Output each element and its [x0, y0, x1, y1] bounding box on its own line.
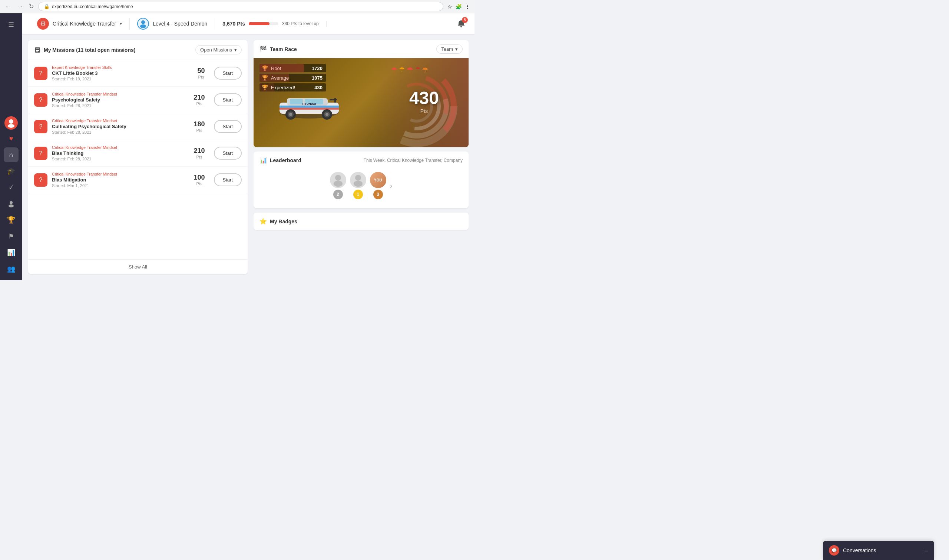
sidebar-avatar[interactable]: [5, 116, 18, 130]
star-icon[interactable]: ☆: [446, 3, 453, 10]
leaderboard-next-button[interactable]: ›: [390, 182, 393, 190]
score-number: 430: [409, 88, 439, 108]
start-button-3[interactable]: Start: [214, 147, 242, 160]
pts-unit-3: Pts: [193, 155, 205, 159]
start-button-4[interactable]: Start: [214, 173, 242, 186]
more-icon[interactable]: ⋮: [464, 3, 471, 10]
missions-filter[interactable]: Open Missions ▾: [195, 45, 242, 54]
mission-item: ? Critical Knowledge Transfer Mindset Cu…: [28, 113, 248, 140]
extension-icon[interactable]: 🧩: [455, 3, 462, 10]
sidebar-home[interactable]: ⌂: [4, 148, 19, 162]
mission-item: ? Expert Knowledge Transfer Skills CKT L…: [28, 60, 248, 87]
mission-date-0: Started: Feb 19, 2021: [52, 77, 193, 81]
app-title: Critical Knowledge Transfer: [52, 21, 116, 27]
app-dropdown-arrow[interactable]: ▾: [120, 21, 122, 26]
mission-name-4: Bias Mitigation: [52, 177, 189, 183]
badges-card: ⭐ My Badges: [253, 212, 469, 230]
back-button[interactable]: ←: [4, 2, 12, 11]
right-panel: 🏁 Team Race Team ▾: [253, 40, 469, 274]
refresh-button[interactable]: ↻: [28, 2, 35, 11]
svg-rect-8: [36, 49, 39, 49]
team-filter-label: Team: [441, 46, 453, 52]
pts-num-1: 210: [193, 94, 205, 101]
address-bar[interactable]: 🔒 expertized.eu.centrical.me/w/game/home: [38, 2, 443, 11]
leaderboard-filter: This Week, Critical Knowledge Transfer, …: [364, 158, 463, 163]
notification-button[interactable]: 5: [455, 18, 467, 30]
start-button-0[interactable]: Start: [214, 67, 242, 80]
pts-num-0: 50: [198, 67, 205, 74]
pts-progress-bar: [249, 22, 278, 25]
score-pts-label: Pts: [409, 108, 439, 114]
svg-rect-25: [334, 98, 336, 103]
pts-num-3: 210: [193, 147, 205, 154]
mission-pts-4: 100 Pts: [193, 174, 205, 186]
badges-icon: ⭐: [259, 218, 267, 225]
mission-info-3: Critical Knowledge Transfer Mindset Bias…: [52, 145, 189, 161]
pts-section: 3,670 Pts 330 Pts to level up: [215, 21, 326, 27]
mission-info-2: Critical Knowledge Transfer Mindset Cult…: [52, 118, 189, 134]
mission-category-4: Critical Knowledge Transfer Mindset: [52, 172, 189, 176]
race-lb-expertized: 🏆 Expertized! 430: [259, 83, 326, 91]
svg-point-23: [326, 113, 329, 116]
svg-point-6: [460, 26, 462, 28]
lb-score-1: 1075: [312, 75, 323, 81]
lb-name-2: Expertized!: [271, 85, 312, 90]
pts-unit-1: Pts: [193, 102, 205, 106]
sidebar-menu[interactable]: ☰: [4, 17, 19, 32]
start-button-2[interactable]: Start: [214, 120, 242, 133]
start-button-1[interactable]: Start: [214, 93, 242, 106]
team-filter[interactable]: Team ▾: [436, 45, 463, 54]
svg-point-37: [353, 181, 363, 187]
mission-info-4: Critical Knowledge Transfer Mindset Bias…: [52, 172, 189, 188]
sidebar-education[interactable]: 🎓: [4, 164, 19, 178]
pts-fill: [249, 22, 270, 25]
missions-header: My Missions (11 total open missions) Ope…: [28, 40, 248, 60]
pts-num-4: 100: [193, 174, 205, 181]
sidebar: ☰ ♥ ⌂ 🎓 ✓ 🏆 ⚑ 📊 👥: [0, 13, 22, 280]
mission-info-1: Critical Knowledge Transfer Mindset Psyc…: [52, 92, 189, 108]
top-header: ⚙ Critical Knowledge Transfer ▾ Level 4 …: [22, 13, 474, 34]
mission-category-1: Critical Knowledge Transfer Mindset: [52, 92, 189, 96]
sidebar-achievements[interactable]: 🏆: [4, 212, 19, 228]
svg-point-3: [9, 205, 14, 208]
level-label: Level 4 - Speed Demon: [153, 21, 207, 27]
svg-text:HYUNDAI: HYUNDAI: [302, 102, 316, 106]
sidebar-tasks[interactable]: ✓: [4, 180, 19, 195]
leaderboard-podium: 2 1: [259, 168, 463, 203]
header-right: 5: [452, 18, 467, 30]
rally-car: HYUNDAI: [272, 88, 346, 125]
podium-item-2: 2: [330, 172, 346, 199]
level-section: Level 4 - Speed Demon: [130, 18, 215, 30]
sidebar-heart[interactable]: ♥: [4, 131, 19, 146]
svg-point-5: [140, 25, 146, 28]
mission-pts-1: 210 Pts: [193, 94, 205, 106]
pts-value: 3,670 Pts: [222, 21, 245, 27]
svg-point-35: [333, 181, 343, 187]
pts-unit-4: Pts: [193, 182, 205, 186]
lb-score-0: 1720: [312, 66, 323, 71]
app-selector[interactable]: ⚙ Critical Knowledge Transfer ▾: [30, 18, 130, 30]
sidebar-user[interactable]: [4, 196, 19, 211]
missions-title: My Missions (11 total open missions): [34, 47, 135, 53]
missions-panel: My Missions (11 total open missions) Ope…: [28, 40, 248, 274]
mission-icon-1: ?: [34, 93, 48, 107]
mission-category-0: Expert Knowledge Transfer Skills: [52, 65, 193, 70]
mission-icon-4: ?: [34, 173, 48, 187]
notification-count: 5: [462, 17, 468, 23]
sidebar-analytics[interactable]: 📊: [4, 245, 19, 260]
lock-icon: 🔒: [44, 4, 50, 9]
svg-rect-9: [36, 50, 39, 51]
pts-container: 3,670 Pts 330 Pts to level up: [222, 21, 318, 27]
sidebar-flag[interactable]: ⚑: [4, 229, 19, 244]
show-all-button[interactable]: Show All: [28, 259, 248, 274]
mission-date-2: Started: Feb 28, 2021: [52, 130, 189, 134]
team-race-label: Team Race: [270, 46, 297, 52]
team-race-title: 🏁 Team Race: [259, 46, 297, 52]
race-lb-root: 🏆 Root 1720: [259, 64, 326, 72]
ckt-icon: ⚙: [37, 18, 49, 30]
forward-button[interactable]: →: [15, 2, 25, 11]
sidebar-team[interactable]: 👥: [4, 262, 19, 276]
score-overlay: 430 Pts: [409, 88, 439, 114]
mission-pts-0: 50 Pts: [198, 67, 205, 79]
browser-chrome: ← → ↻ 🔒 expertized.eu.centrical.me/w/gam…: [0, 0, 474, 13]
